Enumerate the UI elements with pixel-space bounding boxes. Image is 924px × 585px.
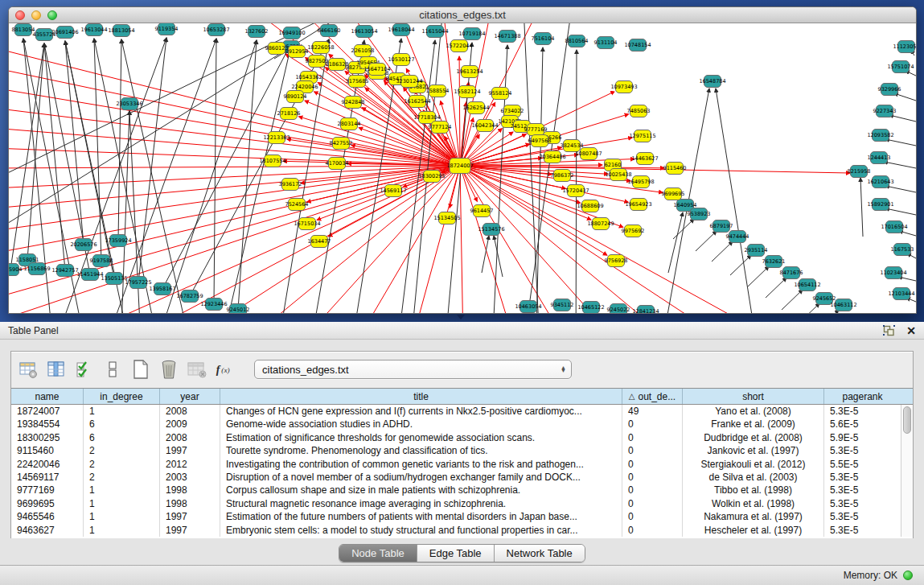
table-cell[interactable]: Embryonic stem cells: a model to study s… bbox=[220, 524, 622, 537]
graph-node[interactable]: 9245012 bbox=[227, 304, 250, 315]
tab-edge-table[interactable]: Edge Table bbox=[417, 545, 495, 562]
graph-node[interactable]: 9975692 bbox=[622, 225, 645, 237]
graph-node[interactable]: 18813054 bbox=[108, 25, 134, 37]
table-cell[interactable]: 0 bbox=[622, 471, 683, 484]
table-cell[interactable]: 5.3E-5 bbox=[824, 405, 901, 418]
table-cell[interactable]: 1 bbox=[84, 405, 160, 418]
table-row[interactable]: 1938455462009Genome-wide association stu… bbox=[11, 418, 901, 431]
graph-node[interactable]: 19613054 bbox=[351, 26, 377, 38]
table-cell[interactable]: 9115460 bbox=[11, 444, 84, 457]
table-cell[interactable]: 2003 bbox=[160, 471, 220, 484]
column-header-in_degree[interactable]: in_degree bbox=[84, 389, 160, 404]
graph-node[interactable]: 3175685 bbox=[346, 76, 369, 88]
table-row[interactable]: 911546021997Tourette syndrome. Phenomeno… bbox=[11, 444, 901, 457]
table-row[interactable]: 1456911722003Disruption of a novel membe… bbox=[11, 471, 901, 484]
table-cell[interactable]: 1997 bbox=[160, 444, 220, 457]
table-cell[interactable]: Dudbridge et al. (2008) bbox=[683, 431, 824, 444]
table-cell[interactable]: 2008 bbox=[160, 405, 220, 418]
graph-node[interactable]: 9756928 bbox=[605, 255, 628, 267]
graph-node[interactable]: 18724007 bbox=[446, 159, 473, 174]
graph-node[interactable]: 14463627 bbox=[631, 153, 658, 165]
graph-node[interactable]: 6466160 bbox=[318, 25, 341, 37]
graph-node[interactable]: 19618044 bbox=[388, 24, 414, 36]
graph-node[interactable]: 7986372 bbox=[551, 170, 574, 182]
table-cell[interactable]: 1998 bbox=[160, 497, 220, 510]
graph-node[interactable]: 12093582 bbox=[867, 130, 893, 142]
graph-node[interactable]: 15892901 bbox=[867, 199, 893, 211]
graph-node[interactable]: 10653287 bbox=[203, 24, 229, 36]
column-header-short[interactable]: short bbox=[683, 389, 824, 404]
table-cell[interactable]: 5.3E-5 bbox=[824, 471, 901, 484]
graph-node[interactable]: 8427552 bbox=[330, 138, 353, 150]
graph-node[interactable]: 9614457 bbox=[470, 205, 494, 217]
table-cell[interactable]: 5.9E-5 bbox=[824, 431, 901, 444]
graph-node[interactable]: 8471676 bbox=[780, 267, 803, 279]
graph-node[interactable]: 9329966 bbox=[878, 84, 901, 96]
tab-node-table[interactable]: Node Table bbox=[339, 545, 417, 562]
minimize-window-button[interactable] bbox=[31, 10, 41, 20]
table-cell[interactable]: Corpus callosum shape and size in male p… bbox=[220, 484, 622, 496]
zoom-window-button[interactable] bbox=[47, 10, 57, 20]
graph-node[interactable]: 6879197 bbox=[710, 220, 733, 233]
graph-node[interactable]: 19613044 bbox=[80, 24, 107, 36]
table-cell[interactable]: 0 bbox=[622, 458, 683, 471]
graph-node[interactable]: 16210643 bbox=[867, 176, 893, 188]
graph-node[interactable]: 20364486 bbox=[539, 151, 565, 163]
table-cell[interactable]: Yano et al. (2008) bbox=[683, 405, 824, 418]
graph-node[interactable]: 8215958 bbox=[848, 166, 871, 178]
table-cell[interactable]: 1 bbox=[84, 497, 160, 510]
graph-node[interactable]: 18226058 bbox=[307, 42, 334, 54]
network-window-titlebar[interactable]: citations_edges.txt bbox=[9, 7, 916, 23]
graph-node[interactable]: 9242848 bbox=[342, 97, 365, 109]
splitter-handle[interactable] bbox=[457, 315, 465, 319]
table-cell[interactable]: 5.3E-5 bbox=[824, 497, 901, 510]
column-header-out_de[interactable]: △out_de... bbox=[622, 389, 683, 404]
table-cell[interactable]: 0 bbox=[622, 484, 683, 496]
graph-node[interactable]: 6497568 bbox=[528, 135, 552, 147]
delete-table-button[interactable] bbox=[158, 359, 179, 380]
table-cell[interactable]: 5.3E-5 bbox=[824, 510, 901, 523]
graph-node[interactable]: 10688609 bbox=[577, 200, 603, 212]
graph-node[interactable]: 11615044 bbox=[421, 26, 448, 38]
table-cell[interactable]: 6 bbox=[84, 431, 160, 444]
table-row[interactable]: 2242004622012Investigating the contribut… bbox=[11, 458, 901, 471]
table-cell[interactable]: 2008 bbox=[160, 431, 220, 444]
graph-node[interactable]: 1244413 bbox=[868, 152, 891, 164]
table-cell[interactable]: 9465546 bbox=[11, 510, 84, 523]
table-row[interactable]: 977716911998Corpus callosum shape and si… bbox=[11, 484, 901, 496]
graph-node[interactable]: 1327602 bbox=[245, 26, 269, 38]
graph-node[interactable]: 11451944 bbox=[76, 269, 103, 281]
graph-node[interactable]: 12923446 bbox=[200, 299, 227, 311]
table-cell[interactable]: 1 bbox=[84, 484, 160, 496]
graph-node[interactable]: 10654112 bbox=[794, 279, 820, 291]
table-cell[interactable]: 5.3E-5 bbox=[824, 524, 901, 537]
graph-node[interactable]: 15720437 bbox=[562, 185, 589, 197]
graph-node[interactable]: 7516104 bbox=[532, 33, 555, 45]
table-row[interactable]: 1872400712008Changes of HCN gene express… bbox=[11, 405, 901, 418]
graph-node[interactable]: 9777124 bbox=[429, 122, 452, 134]
graph-node[interactable]: 14671388 bbox=[494, 31, 520, 43]
table-cell[interactable]: Tibbo et al. (1998) bbox=[683, 484, 824, 496]
column-header-name[interactable]: name bbox=[11, 389, 84, 404]
graph-node[interactable]: 4170034 bbox=[326, 158, 349, 170]
table-cell[interactable]: Investigating the contribution of common… bbox=[220, 458, 622, 471]
graph-node[interactable]: 1167533 bbox=[891, 244, 914, 256]
graph-node[interactable]: 17957225 bbox=[125, 277, 151, 289]
create-table-button[interactable] bbox=[130, 359, 151, 380]
table-selector-combobox[interactable]: citations_edges.txt ▲▼ bbox=[254, 360, 572, 379]
graph-node[interactable]: 15751074 bbox=[887, 61, 914, 73]
row-mode-button[interactable] bbox=[102, 359, 123, 380]
table-cell[interactable]: 1998 bbox=[160, 484, 220, 496]
table-cell[interactable]: Jankovic et al. (1997) bbox=[683, 444, 824, 457]
graph-node[interactable]: 16548784 bbox=[699, 76, 725, 88]
graph-node[interactable]: 18807249 bbox=[587, 218, 614, 230]
graph-node[interactable]: 10748154 bbox=[624, 39, 651, 51]
table-cell[interactable]: Nakamura et al. (1997) bbox=[683, 510, 824, 523]
graph-node[interactable]: 7485063 bbox=[627, 105, 651, 117]
table-cell[interactable]: 2 bbox=[84, 444, 160, 457]
table-cell[interactable]: 22420046 bbox=[11, 458, 84, 471]
table-row[interactable]: 946362711997Embryonic stem cells: a mode… bbox=[11, 524, 901, 537]
table-cell[interactable]: 2 bbox=[84, 458, 160, 471]
table-cell[interactable]: 1997 bbox=[160, 524, 220, 537]
table-cell[interactable]: Estimation of the future numbers of pati… bbox=[220, 510, 622, 523]
